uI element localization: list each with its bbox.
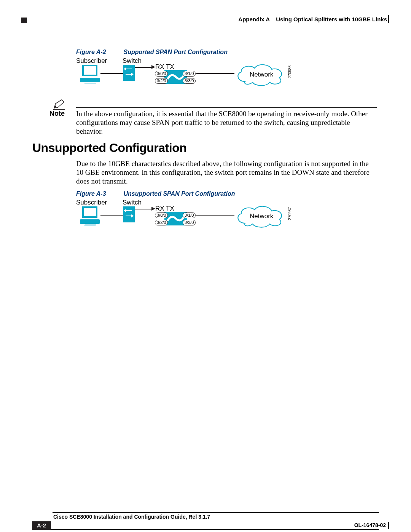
running-header: Appendix A Using Optical Splitters with … — [238, 16, 387, 22]
header-rule — [388, 15, 389, 23]
port-3-0-0: 3/0/0 — [155, 71, 168, 77]
switch-icon — [123, 206, 135, 222]
computer-icon — [80, 65, 100, 83]
figure-a2-diagram: Subscriber Switch RX TX 3/0/0 3/1/0 3/2/… — [76, 57, 289, 88]
port-3-0-0: 3/0/0 — [155, 212, 168, 218]
figure-a3-num: Figure A-3 — [76, 190, 122, 197]
network-cloud-icon: Network — [234, 62, 287, 85]
port-3-3-0: 3/3/0 — [183, 78, 196, 84]
figure-a3-imageid: 270987 — [288, 207, 292, 220]
computer-icon — [80, 206, 100, 225]
port-3-2-0: 3/2/0 — [155, 78, 168, 84]
switch-icon — [123, 65, 135, 81]
footer-book-title: Cisco SCE8000 Installation and Configura… — [53, 514, 210, 520]
label-subscriber: Subscriber — [76, 57, 107, 65]
footer-top-rule — [53, 512, 379, 513]
label-network: Network — [250, 71, 273, 78]
header-marker — [21, 18, 27, 23]
label-switch: Switch — [123, 57, 142, 65]
footer-badge-line — [51, 529, 379, 530]
port-3-1-0: 3/1/0 — [183, 212, 196, 218]
footer-page-number: A-2 — [32, 521, 51, 530]
figure-a2-num: Figure A-2 — [76, 49, 122, 56]
figure-a3-title: Unsupported SPAN Port Configuration — [123, 190, 235, 197]
header-appendix: Appendix A — [238, 16, 269, 22]
label-subscriber: Subscriber — [76, 199, 107, 206]
figure-a3-diagram: Subscriber Switch RX TX 3/0/0 3/1/0 3/2/… — [76, 199, 289, 229]
port-3-3-0: 3/3/0 — [183, 220, 196, 225]
note-label: Note — [49, 110, 65, 118]
header-title: Using Optical Splitters with 10GBE Links — [276, 16, 387, 22]
label-rxtx: RX TX — [155, 63, 174, 71]
label-rxtx: RX TX — [155, 205, 174, 212]
port-3-2-0: 3/2/0 — [155, 220, 168, 225]
label-switch: Switch — [123, 199, 142, 206]
port-3-1-0: 3/1/0 — [183, 71, 196, 77]
figure-a2-imageid: 270986 — [288, 66, 292, 78]
label-network: Network — [250, 212, 273, 220]
figure-a2-title: Supported SPAN Port Configuration — [123, 49, 227, 55]
figure-a2-caption: Figure A-2 Supported SPAN Port Configura… — [76, 49, 228, 56]
figure-a3-caption: Figure A-3 Unsupported SPAN Port Configu… — [76, 190, 235, 197]
note-body: In the above configuration, it is essent… — [76, 108, 377, 138]
section-paragraph: Due to the 10GBE characterstics describe… — [76, 159, 377, 185]
note-block: Note In the above configuration, it is e… — [49, 107, 377, 138]
footer-doc-id: OL-16478-02 — [354, 522, 386, 528]
footer-right-rule — [388, 522, 389, 529]
network-cloud-icon: Network — [234, 204, 287, 227]
section-heading: Unsupported Configuration — [32, 141, 186, 155]
